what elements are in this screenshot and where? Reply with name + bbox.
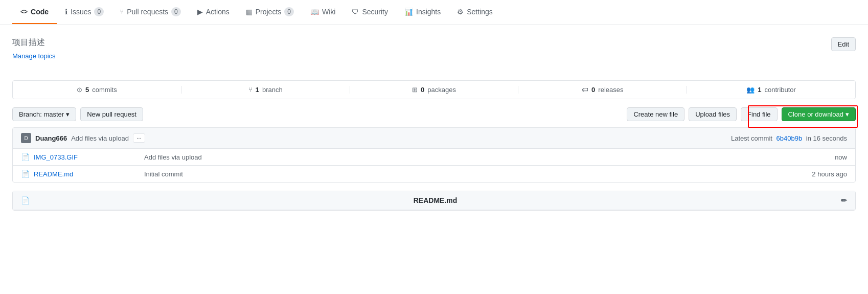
committer-name[interactable]: Duang666 [35, 134, 67, 142]
committer-avatar: D [21, 133, 31, 143]
releases-icon: 🏷 [582, 86, 588, 94]
actions-icon: ▶ [197, 8, 203, 16]
tab-security-label: Security [362, 8, 388, 16]
table-row: 📄 IMG_0733.GIF Add files via upload now [13, 149, 855, 166]
tab-security[interactable]: 🛡 Security [344, 1, 396, 24]
repo-nav: <> Code ℹ Issues 0 ⑂ Pull requests 0 ▶ A… [0, 0, 868, 25]
tab-actions-label: Actions [206, 8, 230, 16]
repo-description: 项目描述 [12, 37, 56, 48]
commit-header-row: D Duang666 Add files via upload ··· Late… [13, 128, 855, 149]
commits-label: commits [92, 86, 117, 94]
stat-contributors[interactable]: 👥 1 contributor [687, 86, 855, 94]
readme-header: 📄 README.md ✏ [13, 191, 855, 210]
stat-branches[interactable]: ⑂ 1 branch [181, 86, 350, 94]
tab-projects-label: Projects [256, 8, 282, 16]
new-pull-request-button[interactable]: New pull request [80, 107, 143, 121]
branch-selector[interactable]: Branch: master ▾ [12, 107, 76, 121]
tab-settings[interactable]: ⚙ Settings [449, 1, 501, 24]
readme-title: README.md [414, 196, 458, 205]
branches-label: branch [262, 86, 283, 94]
wiki-icon: 📖 [310, 8, 319, 16]
settings-icon: ⚙ [457, 8, 464, 16]
contributors-icon: 👥 [746, 86, 755, 94]
branch-label: Branch: master [19, 110, 64, 118]
commits-icon: ⊙ [77, 86, 82, 94]
contributors-count: 1 [758, 86, 761, 94]
insights-icon: 📊 [404, 8, 413, 16]
file-name-gif[interactable]: IMG_0733.GIF [34, 153, 136, 161]
code-icon: <> [20, 8, 28, 15]
create-new-file-button[interactable]: Create new file [627, 107, 684, 121]
find-file-button[interactable]: Find file [741, 107, 778, 121]
projects-badge: 0 [284, 7, 294, 16]
issues-icon: ℹ [65, 8, 67, 16]
tab-code[interactable]: <> Code [12, 1, 57, 24]
tab-insights[interactable]: 📊 Insights [396, 1, 449, 24]
stat-commits[interactable]: ⊙ 5 commits [13, 86, 181, 94]
packages-label: packages [427, 86, 456, 94]
clone-dropdown-icon: ▾ [846, 110, 849, 118]
clone-label: Clone or download [788, 110, 843, 118]
file-time-readme: 2 hours ago [812, 170, 847, 178]
clone-or-download-button[interactable]: Clone or download ▾ [782, 107, 856, 121]
projects-icon: ▦ [246, 8, 253, 16]
right-actions: Create new file Upload files Find file C… [627, 107, 856, 121]
main-content: 项目描述 Manage topics Edit ⊙ 5 commits ⑂ 1 … [0, 25, 868, 211]
file-icon-gif: 📄 [21, 153, 30, 161]
pull-requests-badge: 0 [171, 7, 181, 16]
tab-settings-label: Settings [467, 8, 493, 16]
commits-count: 5 [85, 86, 89, 94]
file-icon-readme: 📄 [21, 170, 30, 178]
clone-download-wrapper: Clone or download ▾ [782, 107, 856, 121]
branches-icon: ⑂ [248, 86, 253, 94]
releases-count: 0 [591, 86, 595, 94]
file-commit-msg-gif: Add files via upload [136, 153, 835, 161]
packages-count: 0 [421, 86, 424, 94]
description-block: 项目描述 Manage topics [12, 37, 56, 70]
issues-badge: 0 [94, 7, 104, 16]
stat-releases[interactable]: 🏷 0 releases [518, 86, 687, 94]
file-time-gif: now [835, 153, 847, 161]
avatar-text: D [24, 135, 28, 141]
tab-issues[interactable]: ℹ Issues 0 [57, 0, 112, 25]
commit-time: in 16 seconds [806, 134, 847, 142]
tab-actions[interactable]: ▶ Actions [189, 1, 238, 24]
file-list: D Duang666 Add files via upload ··· Late… [12, 127, 856, 183]
tab-code-label: Code [31, 8, 49, 16]
upload-files-button[interactable]: Upload files [689, 107, 737, 121]
tab-projects[interactable]: ▦ Projects 0 [238, 0, 302, 25]
tab-pull-requests-label: Pull requests [127, 8, 168, 16]
readme-section: 📄 README.md ✏ [12, 191, 856, 211]
tab-wiki[interactable]: 📖 Wiki [302, 1, 344, 24]
left-actions: Branch: master ▾ New pull request [12, 107, 143, 121]
tab-pull-requests[interactable]: ⑂ Pull requests 0 [112, 0, 189, 25]
commit-meta: Latest commit 6b40b9b in 16 seconds [731, 134, 847, 142]
contributors-label: contributor [764, 86, 795, 94]
tab-wiki-label: Wiki [322, 8, 335, 16]
commit-dots-button[interactable]: ··· [133, 133, 145, 143]
tab-issues-label: Issues [71, 8, 91, 16]
stat-packages[interactable]: ⊞ 0 packages [350, 86, 519, 94]
commit-message: Add files via upload [71, 134, 129, 142]
stats-bar: ⊙ 5 commits ⑂ 1 branch ⊞ 0 packages 🏷 0 … [12, 80, 856, 99]
releases-label: releases [598, 86, 623, 94]
manage-topics-link[interactable]: Manage topics [12, 52, 56, 60]
edit-description-button[interactable]: Edit [831, 37, 856, 51]
packages-icon: ⊞ [412, 86, 418, 94]
latest-commit-label: Latest commit [731, 134, 772, 142]
pull-requests-icon: ⑂ [120, 8, 124, 15]
file-name-readme[interactable]: README.md [34, 170, 136, 178]
readme-icon: 📄 [21, 196, 30, 205]
branch-dropdown-icon: ▾ [66, 110, 70, 118]
readme-edit-icon[interactable]: ✏ [841, 196, 847, 205]
commit-hash[interactable]: 6b40b9b [776, 134, 803, 142]
description-row: 项目描述 Manage topics Edit [12, 37, 856, 70]
tab-insights-label: Insights [416, 8, 441, 16]
security-icon: 🛡 [352, 8, 359, 16]
actions-row: Branch: master ▾ New pull request Create… [12, 107, 856, 121]
table-row: 📄 README.md Initial commit 2 hours ago [13, 166, 855, 182]
branches-count: 1 [256, 86, 259, 94]
file-commit-msg-readme: Initial commit [136, 170, 812, 178]
